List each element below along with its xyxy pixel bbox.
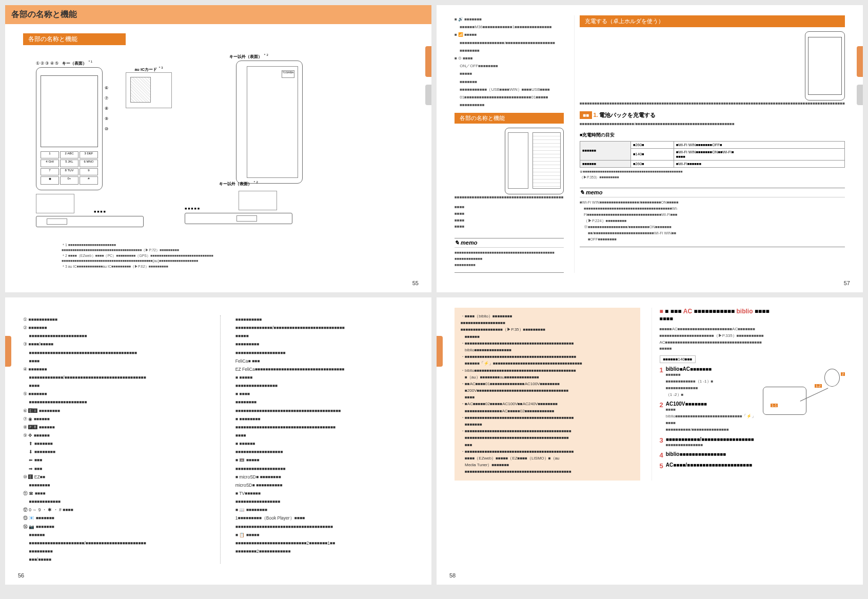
- back-phone-group: キー以外（表面） ＊2 TOSHIBA: [195, 53, 303, 184]
- tbl-r1c2: ■260■: [631, 141, 674, 148]
- memo-right: memo ■Wi-Fi WIN■■■■■■■■■■■■■■■■■/■■■■■■■…: [580, 188, 845, 247]
- diag-1-2: 1-2: [815, 384, 822, 388]
- page-num-58: 58: [449, 572, 456, 578]
- page-58: ・■■■■（biblio）■■■■■■■■■■■■■■■■■■■■■■■■■■■…: [437, 297, 863, 585]
- front-phone-group: ① ② ③ ④ ⑤ キー（表面） ＊1 12 ABC3 DEF 4 GHI5 J…: [36, 59, 103, 190]
- warning-box: ・■■■■（biblio）■■■■■■■■■■■■■■■■■■■■■■■■■■■…: [455, 308, 640, 481]
- memo-left: memo ■■■■■■■■■■■■■■■■■■■■■■■■■■■■■■■■■■■…: [455, 238, 564, 273]
- page-55: 各部の名称と機能 各部の名称と機能 ① ② ③ ④ ⑤ キー（表面） ＊1 12…: [5, 5, 431, 292]
- p57-icon-list: ■ 🔊 ■■■■■■■ ■■■■■■M36■■■■■■■■■■■■1■■■■■■…: [455, 15, 564, 109]
- page-57: ■ 🔊 ■■■■■■■ ■■■■■■M36■■■■■■■■■■■■1■■■■■■…: [437, 5, 863, 292]
- charger-diagram: 1-1 1-2 2: [763, 366, 845, 428]
- star3: ＊3: [158, 66, 163, 69]
- side-tab: [425, 46, 431, 77]
- phone-back-diagram: TOSHIBA: [236, 61, 303, 184]
- tbl-r3c3: ■Wi-Fi■■■■■■: [674, 160, 844, 167]
- page-num-56: 56: [18, 572, 24, 578]
- step-row: 5AC■■■■/■■■■■■■■■■■■■■■■■■■■■: [660, 462, 845, 470]
- page55-subtitle: 各部の名称と機能: [23, 33, 126, 45]
- charge-time-box: ■■■■■■140■■■: [660, 355, 696, 363]
- note2: ＊2 ■■■■（EZweb）■■■■（PC）■■■■■■■■■（GPS）■■■■…: [62, 253, 213, 259]
- front-label-row: ① ② ③ ④ ⑤ キー（表面） ＊1: [36, 59, 103, 66]
- slot-inset-1: [36, 194, 74, 213]
- side-rail-right: [185, 213, 292, 224]
- bottom-right-group: キー以外（表面） ＊2 ■ ■ ■ ■ ■: [185, 180, 292, 224]
- note1: ＊1 ■■■■■■■■■■■■■■■■■■■■■■: [62, 243, 213, 248]
- p57-left-col: ■ 🔊 ■■■■■■■ ■■■■■■M36■■■■■■■■■■■■1■■■■■■…: [455, 15, 564, 273]
- title-ac: AC: [683, 308, 692, 315]
- step1-txt: 電池パックを充電する: [599, 112, 656, 118]
- phone-mini-diagram: [805, 31, 845, 101]
- star2: ＊2: [263, 53, 268, 56]
- phone-qwerty-diagram: [505, 128, 564, 194]
- title-end: ■■■■: [755, 308, 770, 315]
- side-tab-57-grey: [857, 85, 863, 105]
- step1-header: ■■ 1. 電池パックを充電する: [580, 111, 845, 119]
- step-row: 2AC100V■■■■■■■■■■■ biblio■■■■■■■■■■■■■■■…: [660, 401, 759, 433]
- tbl-r1c3: ■Wi-Fi WIN■■■■■■■OFF■: [674, 141, 844, 148]
- note1b: ■■■■■■■■■■■■■■■■■■■■■■■■■■■■■■■■■■■■■（▶P…: [62, 248, 213, 253]
- side-tab-58: [437, 336, 443, 367]
- p58-right-col: ■ ■ ■■■ AC ■■■■■■■■■■■ biblio ■■■■ ■■■■ …: [652, 308, 845, 481]
- p58-steps: 1-1 1-2 2 1biblio■AC■■■■■■■■■■■■■ ■■■■■■…: [660, 366, 845, 470]
- star2b: ＊2: [253, 181, 258, 184]
- au-ic-group: au ICカード ＊3: [126, 66, 172, 108]
- tbl-r3c1: ■■■■■■: [580, 160, 630, 167]
- au-ic-label: au ICカード: [134, 67, 157, 72]
- page55-title: 各部の名称と機能: [11, 9, 425, 20]
- charge-table-header: ■充電時間の目安: [580, 132, 845, 138]
- spread-1: 各部の名称と機能 各部の名称と機能 ① ② ③ ④ ⑤ キー（表面） ＊1 12…: [5, 5, 863, 292]
- slot-inset-2: [239, 191, 277, 210]
- title-mid: ■■■■■■■■■■■: [694, 308, 735, 315]
- tbl-r12c1: ■■■■■■: [580, 141, 630, 160]
- step1-num: 1.: [594, 112, 598, 118]
- memo-left-body: ■■■■■■■■■■■■■■■■■■■■■■■■■■■■■■■■■■■■■■■■…: [455, 247, 564, 272]
- p57-intro-block: ■■■■■■■■■■■■■■■■■■■■■■■■■■■■■■■■■■■■■■■■…: [580, 31, 845, 107]
- p56-right-col: ■■■■■■■■■■ ■■■■■■■■■■■■■■/■■■■■■■■■■■■■■…: [220, 315, 414, 564]
- memo-header: memo: [455, 238, 564, 247]
- title-pre: ■ ■■■: [665, 308, 681, 315]
- step-row: 3■■■■■■■■■■■/■■■■■■■■■■■■■■■■■■■■■■■■■■■…: [660, 436, 845, 449]
- note3: ＊3 au IC■■■■■■■■■■■■au IC■■■■■■■■■（▶P.62…: [62, 264, 213, 270]
- charge-table: ■■■■■■ ■260■ ■Wi-Fi WIN■■■■■■■OFF■ ■140■…: [580, 141, 845, 168]
- page-56: ① ■■■■■■■■■■■② ■■■■■■■ ■■■■■■■■■■■■■■■■■…: [5, 297, 431, 585]
- phone-front-diagram: 12 ABC3 DEF 4 GHI5 JKL6 MNO 78 TUV9 ✱0+#…: [36, 67, 103, 190]
- memo-right-body: ■Wi-Fi WIN■■■■■■■■■■■■■■■■■/■■■■■■■■■ON■…: [580, 197, 845, 247]
- au-ic-inset: [126, 72, 172, 108]
- front-label: キー（表面）: [62, 61, 87, 66]
- p57-right-col: 充電する（卓上ホルダを使う） ■■■■■■■■■■■■■■■■■■■■■■■■■…: [574, 15, 845, 273]
- p56-left-col: ① ■■■■■■■■■■■② ■■■■■■■ ■■■■■■■■■■■■■■■■■…: [23, 315, 207, 564]
- side-tab-grey: [425, 85, 431, 105]
- au-ic-label-row: au ICカード ＊3: [126, 66, 172, 72]
- side-rail-left: [36, 216, 144, 227]
- memo-header-r: memo: [580, 188, 845, 197]
- page-num-57: 57: [844, 280, 850, 286]
- spread-2: ① ■■■■■■■■■■■② ■■■■■■■ ■■■■■■■■■■■■■■■■■…: [5, 297, 863, 585]
- star1: ＊1: [88, 60, 92, 63]
- p58-right-title: ■ ■ ■■■ AC ■■■■■■■■■■■ biblio ■■■■ ■■■■: [660, 308, 845, 322]
- side-tab-57: [857, 46, 863, 77]
- p58-left-col: ・■■■■（biblio）■■■■■■■■■■■■■■■■■■■■■■■■■■■…: [455, 308, 640, 481]
- p57-right-title: 充電する（卓上ホルダを使う）: [580, 15, 845, 27]
- page55-header: 各部の名称と機能: [5, 5, 431, 24]
- p58-right-intro: ■■■■■AC■■■■■■■■■■■■■■■■■■■■■■AC■■■■■■■ ■…: [660, 326, 845, 352]
- diag-1-1: 1-1: [771, 404, 778, 407]
- tbl-note: ※■■■■■■■■■■■■■■■■■■■■■■■■■■■■■■■■■■■■■■■…: [580, 169, 845, 180]
- open-close-body: ■■■■■■■■■■■■■■■■■■■■■■■■■■■■■■■■■■■■■■■■…: [455, 128, 564, 230]
- step1-sub: ■■■■■■■■■■■■■■■■■■■■■■/■■■■■■■■■■■■■■■■■…: [580, 121, 845, 128]
- bottom-left-group: ■ ■ ■ ■: [36, 194, 144, 227]
- tbl-r3c2: ■260■: [631, 160, 674, 167]
- tbl-r2c2: ■140■: [631, 148, 674, 160]
- step-row: 1biblio■AC■■■■■■■■■■■■■ ■■■■■■■■■■■■（1 -…: [660, 366, 759, 398]
- tbl-r2c3: ■Wi-Fi WIN■■■■■■■ON■■Wi-Fi■ ■■■■: [674, 148, 844, 160]
- bottom2-label-row: キー以外（表面） ＊2: [185, 180, 292, 187]
- open-close-title: 各部の名称と機能: [455, 113, 564, 124]
- page-num-55: 55: [412, 280, 419, 286]
- page55-notes: ＊1 ■■■■■■■■■■■■■■■■■■■■■■ ■■■■■■■■■■■■■■…: [62, 243, 213, 270]
- back-label: キー以外（表面）: [229, 54, 262, 59]
- diagram-area: ① ② ③ ④ ⑤ キー（表面） ＊1 12 ABC3 DEF 4 GHI5 J…: [23, 50, 413, 222]
- step-row: 4biblio■■■■■■■■■■■■■■■: [660, 451, 845, 459]
- back-label-row: キー以外（表面） ＊2: [195, 53, 303, 59]
- diag-2: 2: [841, 372, 845, 376]
- note2b: ■■■■■■■■■■■■■■■■■■■■■■■■■■■■■■■■■■■■■■■■…: [62, 258, 213, 264]
